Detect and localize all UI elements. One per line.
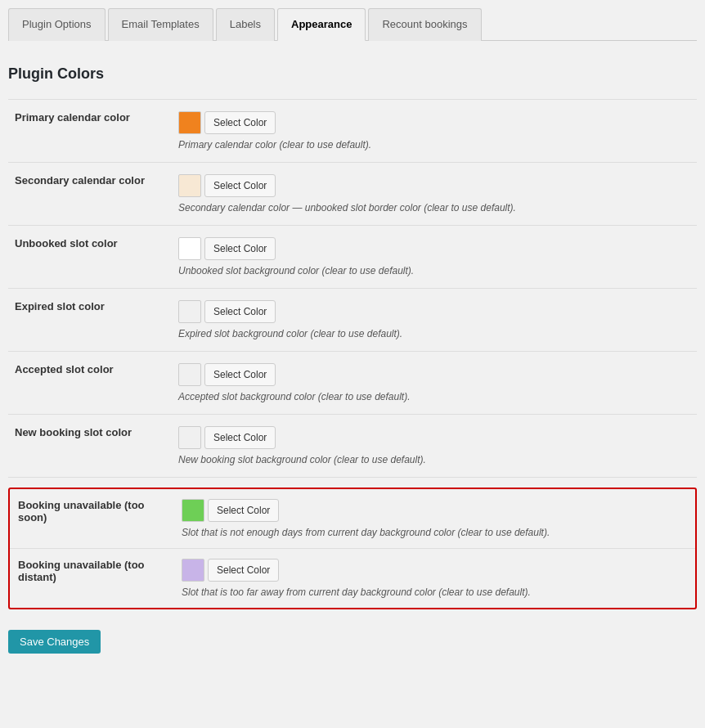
- color-desc-secondary: Secondary calendar color — unbooked slot…: [178, 202, 690, 213]
- color-desc-accepted: Accepted slot background color (clear to…: [178, 391, 690, 402]
- page-wrapper: Plugin Options Email Templates Labels Ap…: [0, 0, 705, 686]
- tab-labels[interactable]: Labels: [216, 8, 275, 41]
- save-btn-area: Save Changes: [8, 630, 697, 654]
- row-content-new-booking: Select Color New booking slot background…: [172, 415, 697, 478]
- table-row: Expired slot color Select Color Expired …: [8, 289, 697, 352]
- highlight-box: Booking unavailable (too soon) Select Co…: [8, 488, 697, 609]
- select-color-btn-too-distant[interactable]: Select Color: [208, 559, 279, 582]
- table-row: Secondary calendar color Select Color Se…: [8, 163, 697, 226]
- color-swatch-too-soon[interactable]: [182, 499, 204, 522]
- select-color-btn-expired[interactable]: Select Color: [204, 300, 276, 323]
- list-item: Booking unavailable (too soon) Select Co…: [10, 489, 695, 548]
- color-swatch-secondary[interactable]: [178, 174, 201, 197]
- row-label-too-distant: Booking unavailable (too distant): [18, 559, 182, 598]
- row-label-new-booking: New booking slot color: [8, 415, 172, 478]
- select-color-btn-primary[interactable]: Select Color: [204, 111, 276, 134]
- save-changes-button[interactable]: Save Changes: [8, 630, 101, 654]
- section-title: Plugin Colors: [8, 65, 697, 83]
- color-picker-expired: Select Color: [178, 300, 690, 323]
- row-content-secondary: Select Color Secondary calendar color — …: [172, 163, 697, 226]
- row-content-primary: Select Color Primary calendar color (cle…: [172, 100, 697, 163]
- color-picker-primary: Select Color: [178, 111, 690, 134]
- tab-recount-bookings[interactable]: Recount bookings: [368, 8, 481, 41]
- color-desc-too-soon: Slot that is not enough days from curren…: [182, 527, 550, 538]
- color-desc-primary: Primary calendar color (clear to use def…: [178, 139, 690, 151]
- select-color-btn-accepted[interactable]: Select Color: [204, 363, 276, 386]
- color-picker-secondary: Select Color: [178, 174, 690, 197]
- select-color-btn-unbooked[interactable]: Select Color: [204, 237, 276, 260]
- row-label-unbooked: Unbooked slot color: [8, 226, 172, 289]
- select-color-btn-too-soon[interactable]: Select Color: [208, 499, 279, 522]
- row-label-accepted: Accepted slot color: [8, 352, 172, 415]
- color-picker-too-distant: Select Color: [182, 559, 531, 582]
- color-picker-accepted: Select Color: [178, 363, 690, 386]
- tabs-bar: Plugin Options Email Templates Labels Ap…: [8, 8, 697, 41]
- color-swatch-unbooked[interactable]: [178, 237, 201, 260]
- row-content-expired: Select Color Expired slot background col…: [172, 289, 697, 352]
- color-swatch-expired[interactable]: [178, 300, 201, 323]
- color-table: Primary calendar color Select Color Prim…: [8, 99, 697, 478]
- table-row: Primary calendar color Select Color Prim…: [8, 100, 697, 163]
- select-color-btn-new-booking[interactable]: Select Color: [204, 426, 276, 449]
- table-row: New booking slot color Select Color New …: [8, 415, 697, 478]
- select-color-btn-secondary[interactable]: Select Color: [204, 174, 276, 197]
- color-picker-unbooked: Select Color: [178, 237, 690, 260]
- row-label-secondary: Secondary calendar color: [8, 163, 172, 226]
- color-swatch-new-booking[interactable]: [178, 426, 201, 449]
- tab-email-templates[interactable]: Email Templates: [108, 8, 213, 41]
- color-swatch-accepted[interactable]: [178, 363, 201, 386]
- color-picker-new-booking: Select Color: [178, 426, 690, 449]
- color-desc-unbooked: Unbooked slot background color (clear to…: [178, 265, 690, 276]
- row-label-too-soon: Booking unavailable (too soon): [18, 499, 182, 538]
- color-desc-too-distant: Slot that is too far away from current d…: [182, 586, 531, 598]
- row-label-expired: Expired slot color: [8, 289, 172, 352]
- color-desc-expired: Expired slot background color (clear to …: [178, 328, 690, 339]
- row-content-too-soon: Select Color Slot that is not enough day…: [182, 499, 550, 538]
- row-content-accepted: Select Color Accepted slot background co…: [172, 352, 697, 415]
- tab-appearance[interactable]: Appearance: [277, 8, 366, 41]
- color-picker-too-soon: Select Color: [182, 499, 550, 522]
- color-swatch-too-distant[interactable]: [182, 559, 204, 582]
- row-content-unbooked: Select Color Unbooked slot background co…: [172, 226, 697, 289]
- row-label-primary: Primary calendar color: [8, 100, 172, 163]
- color-swatch-primary[interactable]: [178, 111, 201, 134]
- table-row: Accepted slot color Select Color Accepte…: [8, 352, 697, 415]
- tab-plugin-options[interactable]: Plugin Options: [8, 8, 106, 41]
- list-item: Booking unavailable (too distant) Select…: [10, 548, 695, 608]
- row-content-too-distant: Select Color Slot that is too far away f…: [182, 559, 531, 598]
- content-area: Plugin Colors Primary calendar color Sel…: [8, 57, 697, 662]
- table-row: Unbooked slot color Select Color Unbooke…: [8, 226, 697, 289]
- color-desc-new-booking: New booking slot background color (clear…: [178, 454, 690, 465]
